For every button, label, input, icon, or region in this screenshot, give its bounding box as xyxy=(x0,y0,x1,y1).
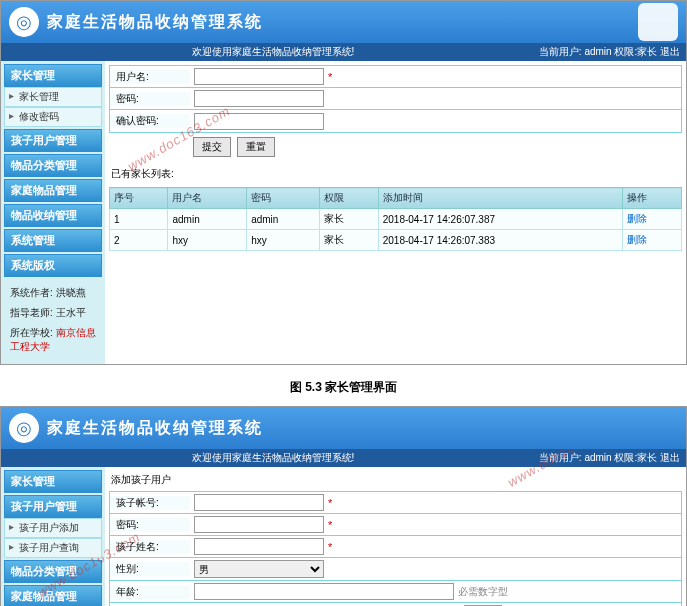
age-label: 年龄: xyxy=(110,585,190,599)
menu-item[interactable]: 孩子用户添加 xyxy=(4,518,102,538)
sidebar: 家长管理家长管理修改密码孩子用户管理物品分类管理家庭物品管理物品收纳管理系统管理… xyxy=(1,61,105,364)
password-input[interactable] xyxy=(194,90,324,107)
current-user: 当前用户: admin 权限:家长 退出 xyxy=(539,451,680,465)
logout-link[interactable]: 退出 xyxy=(660,452,680,463)
table-row: 2hxyhxy家长2018-04-17 14:26:07.383删除 xyxy=(110,230,682,251)
confirm-input[interactable] xyxy=(194,113,324,130)
main-content: 添加孩子用户 孩子帐号: * 密码: * 孩子姓名: * 性别: 男 xyxy=(105,467,686,606)
confirm-label: 确认密码: xyxy=(110,114,190,128)
child-password-input[interactable] xyxy=(194,516,324,533)
mascot-icon xyxy=(638,3,678,41)
name-input[interactable] xyxy=(194,538,324,555)
menu-head[interactable]: 家长管理 xyxy=(4,64,102,87)
menu-head[interactable]: 家长管理 xyxy=(4,470,102,493)
menu-item[interactable]: 孩子用户查询 xyxy=(4,538,102,558)
parent-form: 用户名: * 密码: 确认密码: xyxy=(109,65,682,133)
menu-head[interactable]: 物品收纳管理 xyxy=(4,204,102,227)
username-input[interactable] xyxy=(194,68,324,85)
table-header: 密码 xyxy=(247,188,320,209)
menu-head[interactable]: 家庭物品管理 xyxy=(4,585,102,606)
app-header: ◎ 家庭生活物品收纳管理系统 xyxy=(1,1,686,43)
age-input[interactable] xyxy=(194,583,454,600)
app-title: 家庭生活物品收纳管理系统 xyxy=(47,12,263,33)
main-content: 用户名: * 密码: 确认密码: 提交 重置 已有家长列表: 序号用户名密码权限… xyxy=(105,61,686,364)
parent-table: 序号用户名密码权限添加时间操作 1adminadmin家长2018-04-17 … xyxy=(109,187,682,251)
panel-title: 添加孩子用户 xyxy=(109,471,682,491)
welcome-bar: 欢迎使用家庭生活物品收纳管理系统! 当前用户: admin 权限:家长 退出 xyxy=(1,449,686,467)
app-header: ◎ 家庭生活物品收纳管理系统 xyxy=(1,407,686,449)
table-title: 已有家长列表: xyxy=(109,161,682,187)
welcome-text: 欢迎使用家庭生活物品收纳管理系统! xyxy=(7,451,539,465)
menu-head[interactable]: 物品分类管理 xyxy=(4,154,102,177)
table-header: 序号 xyxy=(110,188,168,209)
delete-link[interactable]: 删除 xyxy=(627,213,647,224)
password-label: 密码: xyxy=(110,518,190,532)
screenshot-add-child: www.doc163.com www.doc163.com ◎ 家庭生活物品收纳… xyxy=(0,406,687,606)
required-icon: * xyxy=(328,71,332,83)
sidebar: 家长管理孩子用户管理孩子用户添加孩子用户查询物品分类管理家庭物品管理物品收纳管理… xyxy=(1,467,105,606)
table-header: 用户名 xyxy=(168,188,247,209)
age-hint: 必需数字型 xyxy=(458,585,508,599)
welcome-text: 欢迎使用家庭生活物品收纳管理系统! xyxy=(7,45,539,59)
logo-icon: ◎ xyxy=(9,7,39,37)
table-header: 权限 xyxy=(320,188,378,209)
welcome-bar: 欢迎使用家庭生活物品收纳管理系统! 当前用户: admin 权限:家长 退出 xyxy=(1,43,686,61)
menu-head[interactable]: 孩子用户管理 xyxy=(4,129,102,152)
menu-head[interactable]: 系统管理 xyxy=(4,229,102,252)
figure-caption-1: 图 5.3 家长管理界面 xyxy=(0,369,687,406)
table-header: 添加时间 xyxy=(378,188,623,209)
menu-head[interactable]: 家庭物品管理 xyxy=(4,179,102,202)
logout-link[interactable]: 退出 xyxy=(660,46,680,57)
gender-label: 性别: xyxy=(110,562,190,576)
delete-link[interactable]: 删除 xyxy=(627,234,647,245)
password-label: 密码: xyxy=(110,92,190,106)
menu-head[interactable]: 物品分类管理 xyxy=(4,560,102,583)
menu-head[interactable]: 系统版权 xyxy=(4,254,102,277)
child-form: 孩子帐号: * 密码: * 孩子姓名: * 性别: 男 年龄: 必需数字型 xyxy=(109,491,682,606)
screenshot-parent-mgmt: www.doc163.com ◎ 家庭生活物品收纳管理系统 欢迎使用家庭生活物品… xyxy=(0,0,687,365)
reset-button[interactable]: 重置 xyxy=(237,137,275,157)
menu-item[interactable]: 修改密码 xyxy=(4,107,102,127)
table-header: 操作 xyxy=(623,188,682,209)
account-input[interactable] xyxy=(194,494,324,511)
menu-item[interactable]: 家长管理 xyxy=(4,87,102,107)
table-row: 1adminadmin家长2018-04-17 14:26:07.387删除 xyxy=(110,209,682,230)
app-title: 家庭生活物品收纳管理系统 xyxy=(47,418,263,439)
logo-icon: ◎ xyxy=(9,413,39,443)
username-label: 用户名: xyxy=(110,70,190,84)
name-label: 孩子姓名: xyxy=(110,540,190,554)
account-label: 孩子帐号: xyxy=(110,496,190,510)
menu-head[interactable]: 孩子用户管理 xyxy=(4,495,102,518)
gender-select[interactable]: 男 xyxy=(194,560,324,578)
current-user: 当前用户: admin 权限:家长 退出 xyxy=(539,45,680,59)
system-info: 系统作者: 洪晓燕 指导老师: 王水平 所在学校: 南京信息工程大学 xyxy=(4,279,102,361)
submit-button[interactable]: 提交 xyxy=(193,137,231,157)
